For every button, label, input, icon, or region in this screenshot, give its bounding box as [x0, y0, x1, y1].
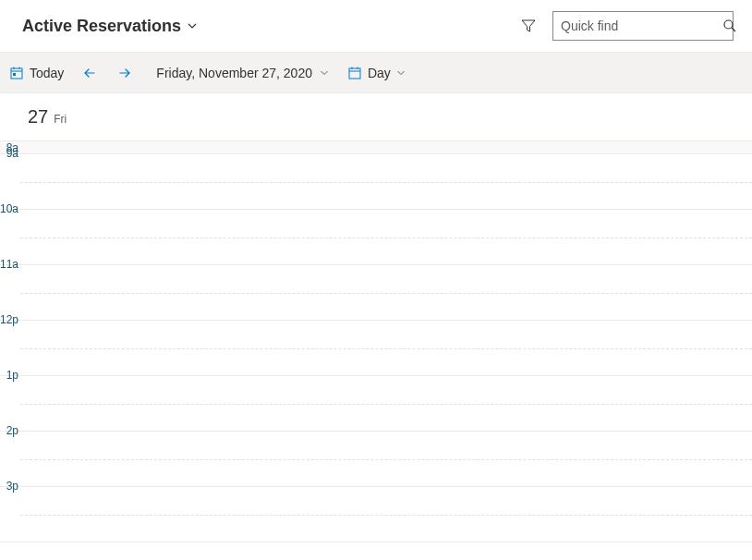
time-cell[interactable] — [20, 141, 752, 153]
arrow-left-icon — [82, 66, 97, 80]
svg-point-0 — [724, 20, 733, 29]
time-label: 11a — [0, 265, 20, 320]
day-header: 27 Fri — [0, 93, 752, 141]
page-title: Active Reservations — [22, 17, 181, 36]
half-hour-divider — [20, 182, 752, 183]
time-row: 10a — [0, 210, 752, 265]
time-label: 9a — [0, 154, 20, 209]
search-input[interactable] — [561, 18, 722, 33]
date-label: Friday, November 27, 2020 — [156, 66, 312, 80]
svg-rect-7 — [349, 68, 360, 79]
half-hour-divider — [20, 459, 752, 460]
view-selector[interactable]: Day — [347, 66, 406, 80]
header: Active Reservations — [0, 0, 752, 53]
svg-rect-6 — [13, 73, 16, 76]
today-label: Today — [30, 66, 64, 80]
view-label: Day — [368, 66, 391, 80]
svg-rect-2 — [11, 68, 22, 79]
search-box — [552, 11, 734, 41]
chevron-down-icon — [187, 20, 198, 31]
calendar-body: 27 Fri 8a 9a 10a 11a 12p 1p 2p — [0, 93, 752, 560]
view-title-dropdown[interactable]: Active Reservations — [22, 17, 198, 36]
day-number: 27 — [28, 106, 48, 128]
time-row: 3p — [0, 487, 752, 542]
next-button[interactable] — [114, 62, 136, 84]
half-hour-divider — [20, 404, 752, 405]
calendar-toolbar: Today Friday, November 27, 2020 Day — [0, 53, 752, 93]
time-row: 8a — [0, 141, 752, 154]
time-row: 1p — [0, 376, 752, 432]
half-hour-divider — [20, 293, 752, 294]
time-row: 2p — [0, 432, 752, 487]
time-label: 2p — [0, 432, 20, 486]
time-label: 3p — [0, 487, 20, 542]
header-right — [517, 11, 734, 41]
calendar-range-icon — [347, 66, 362, 80]
time-cell[interactable] — [20, 376, 752, 431]
time-label: 10a — [0, 210, 20, 264]
date-selector[interactable]: Friday, November 27, 2020 — [156, 66, 329, 80]
search-icon — [722, 18, 737, 33]
half-hour-divider — [20, 237, 752, 238]
today-button[interactable]: Today — [7, 62, 66, 84]
time-cell[interactable] — [20, 210, 752, 264]
time-cell[interactable] — [20, 265, 752, 320]
time-label: 12p — [0, 321, 20, 375]
time-cell[interactable] — [20, 321, 752, 375]
chevron-down-icon — [320, 68, 329, 78]
time-row: 11a — [0, 265, 752, 321]
previous-button[interactable] — [79, 62, 101, 84]
half-hour-divider — [20, 348, 752, 349]
time-label: 1p — [0, 376, 20, 431]
time-row: 9a — [0, 154, 752, 210]
search-button[interactable] — [722, 18, 737, 33]
time-cell[interactable] — [20, 487, 752, 542]
time-cell[interactable] — [20, 154, 752, 209]
time-cell[interactable] — [20, 432, 752, 486]
half-hour-divider — [20, 515, 752, 516]
day-name: Fri — [54, 113, 67, 126]
svg-line-1 — [732, 28, 735, 31]
time-row: 12p — [0, 321, 752, 376]
calendar-today-icon — [9, 66, 24, 80]
time-grid[interactable]: 8a 9a 10a 11a 12p 1p 2p 3p — [0, 141, 752, 560]
chevron-down-icon — [396, 68, 406, 78]
arrow-right-icon — [117, 66, 132, 80]
filter-button[interactable] — [517, 15, 540, 37]
filter-icon — [521, 18, 536, 33]
